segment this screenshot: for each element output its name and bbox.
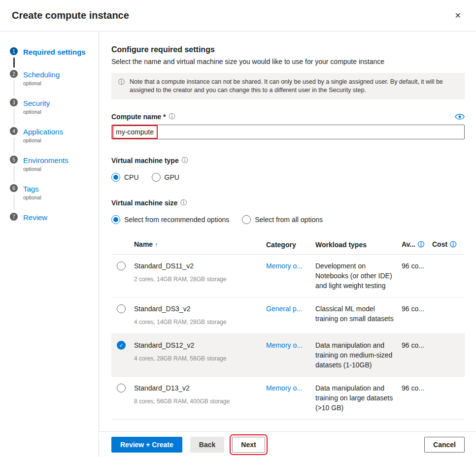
step-connector xyxy=(14,137,14,153)
stepper-step-review[interactable]: 7 Review xyxy=(10,213,95,222)
selected-check-icon[interactable]: ✓ xyxy=(117,341,126,350)
radio-label: Select from recommended options xyxy=(124,216,229,224)
step-number-badge: 1 xyxy=(10,47,18,55)
vm-size-radio-group: Select from recommended options Select f… xyxy=(111,215,465,224)
vm-size-recommended-radio[interactable]: Select from recommended options xyxy=(111,215,229,224)
vm-size-info-icon[interactable]: ⓘ xyxy=(180,198,187,207)
row-radio-icon[interactable] xyxy=(117,384,126,392)
step-number-badge: 5 xyxy=(10,156,18,163)
column-header-label: Av... xyxy=(402,240,415,248)
step-label[interactable]: Review xyxy=(23,213,47,222)
info-banner-text: Note that a compute instance can not be … xyxy=(130,78,458,95)
step-optional-label: optional xyxy=(23,80,60,87)
dialog-footer: Review + Create Back Next Cancel xyxy=(99,431,476,457)
vm-type-label-row: Virtual machine type ⓘ xyxy=(111,156,465,165)
radio-icon xyxy=(242,215,251,224)
compute-name-label-row: Compute name * ⓘ xyxy=(111,112,465,121)
next-button[interactable]: Next xyxy=(232,437,265,453)
step-connector xyxy=(14,80,14,96)
vm-name: Standard_DS12_v2 xyxy=(134,340,261,350)
vm-name: Standard_DS11_v2 xyxy=(134,261,261,271)
compute-name-input[interactable] xyxy=(111,125,465,139)
compute-name-info-icon[interactable]: ⓘ xyxy=(169,112,175,121)
workload-types-text: Data manipulation and training on large … xyxy=(315,383,402,413)
main-content: Configure required settings Select the n… xyxy=(99,32,476,431)
step-number-badge: 2 xyxy=(10,70,18,78)
table-header-row: Name↑ Category Workload types Av...ⓘ Cos… xyxy=(111,235,465,255)
column-header-label: Cost xyxy=(432,240,447,248)
row-radio-icon[interactable] xyxy=(117,261,126,270)
table-row[interactable]: Standard_DS3_v2 4 cores, 14GB RAM, 28GB … xyxy=(111,297,465,334)
category-link[interactable]: Memory o... xyxy=(266,262,303,270)
vm-specs: 2 cores, 14GB RAM, 28GB storage xyxy=(134,274,261,284)
category-link[interactable]: Memory o... xyxy=(266,384,303,392)
stepper-step-security[interactable]: 3 Securityoptional xyxy=(10,98,95,127)
stepper-step-tags[interactable]: 6 Tagsoptional xyxy=(10,184,95,213)
step-label[interactable]: Applications xyxy=(23,127,63,136)
vm-size-all-options-radio[interactable]: Select from all options xyxy=(242,215,323,224)
dialog-title: Create compute instance xyxy=(12,10,129,21)
info-banner: ⓘ Note that a compute instance can not b… xyxy=(111,73,465,99)
vm-specs: 8 cores, 56GB RAM, 400GB storage xyxy=(134,396,261,406)
available-info-icon[interactable]: ⓘ xyxy=(418,241,424,248)
row-radio-icon[interactable] xyxy=(117,304,126,313)
step-connector xyxy=(14,195,14,210)
available-quota-text: 96 co... xyxy=(402,383,432,393)
stepper-step-applications[interactable]: 4 Applicationsoptional xyxy=(10,127,95,156)
table-row-selected[interactable]: ✓ Standard_DS12_v2 4 cores, 28GB RAM, 56… xyxy=(111,334,465,377)
close-icon[interactable]: ✕ xyxy=(452,10,464,22)
stepper-step-environments[interactable]: 5 Environmentsoptional xyxy=(10,156,95,184)
step-label[interactable]: Tags xyxy=(23,184,41,194)
step-optional-label: optional xyxy=(23,109,50,115)
column-header-cost[interactable]: Costⓘ xyxy=(432,239,465,250)
vm-size-label-row: Virtual machine size ⓘ xyxy=(111,198,465,207)
workload-types-text: Development on Notebooks (or other IDE) … xyxy=(315,261,402,291)
table-row[interactable]: Standard_DS11_v2 2 cores, 14GB RAM, 28GB… xyxy=(111,255,465,297)
step-label[interactable]: Environments xyxy=(23,156,68,165)
vm-type-radio-group: CPU GPU xyxy=(111,173,465,182)
back-button[interactable]: Back xyxy=(190,437,224,453)
header-radio-cell xyxy=(111,244,134,245)
vm-specs: 4 cores, 14GB RAM, 28GB storage xyxy=(134,317,261,327)
column-header-workload-types[interactable]: Workload types xyxy=(315,240,402,250)
cancel-button[interactable]: Cancel xyxy=(424,437,465,453)
vm-type-label: Virtual machine type xyxy=(111,157,179,164)
step-optional-label: optional xyxy=(23,195,41,201)
sort-asc-icon: ↑ xyxy=(155,241,158,248)
step-label[interactable]: Security xyxy=(23,98,50,108)
radio-icon xyxy=(152,173,161,182)
radio-label: CPU xyxy=(124,173,139,181)
column-header-label: Name xyxy=(134,240,153,248)
dialog-body: 1 Required settings 2 Schedulingoptional… xyxy=(0,32,476,457)
wizard-stepper: 1 Required settings 2 Schedulingoptional… xyxy=(0,32,99,457)
cost-info-icon[interactable]: ⓘ xyxy=(450,241,456,248)
vm-type-gpu-radio[interactable]: GPU xyxy=(152,173,179,182)
review-create-button[interactable]: Review + Create xyxy=(111,437,182,453)
vm-size-label: Virtual machine size xyxy=(111,199,177,207)
step-connector xyxy=(14,166,14,182)
available-quota-text: 96 co... xyxy=(402,261,432,271)
eye-icon[interactable] xyxy=(455,113,465,120)
step-connector xyxy=(13,58,15,67)
step-label[interactable]: Required settings xyxy=(23,47,86,57)
column-header-available[interactable]: Av...ⓘ xyxy=(402,239,432,250)
category-link[interactable]: General p... xyxy=(266,305,302,313)
vm-type-info-icon[interactable]: ⓘ xyxy=(182,156,188,165)
table-row[interactable]: Standard_D13_v2 8 cores, 56GB RAM, 400GB… xyxy=(111,377,465,420)
available-quota-text: 96 co... xyxy=(402,340,432,350)
vm-name: Standard_DS3_v2 xyxy=(134,304,261,314)
step-number-badge: 6 xyxy=(10,184,18,192)
category-link[interactable]: Memory o... xyxy=(266,341,303,349)
column-header-name[interactable]: Name↑ xyxy=(134,239,266,250)
step-label[interactable]: Scheduling xyxy=(23,70,60,79)
vm-type-cpu-radio[interactable]: CPU xyxy=(111,173,139,182)
stepper-step-scheduling[interactable]: 2 Schedulingoptional xyxy=(10,70,95,98)
column-header-category[interactable]: Category xyxy=(266,240,315,250)
stepper-step-required-settings[interactable]: 1 Required settings xyxy=(10,47,95,70)
compute-name-input-wrap xyxy=(111,125,465,139)
step-optional-label: optional xyxy=(23,137,63,144)
step-connector xyxy=(14,109,14,125)
workload-types-text: Data manipulation and training on medium… xyxy=(315,340,402,370)
radio-icon xyxy=(111,173,120,182)
radio-label: GPU xyxy=(165,173,179,181)
